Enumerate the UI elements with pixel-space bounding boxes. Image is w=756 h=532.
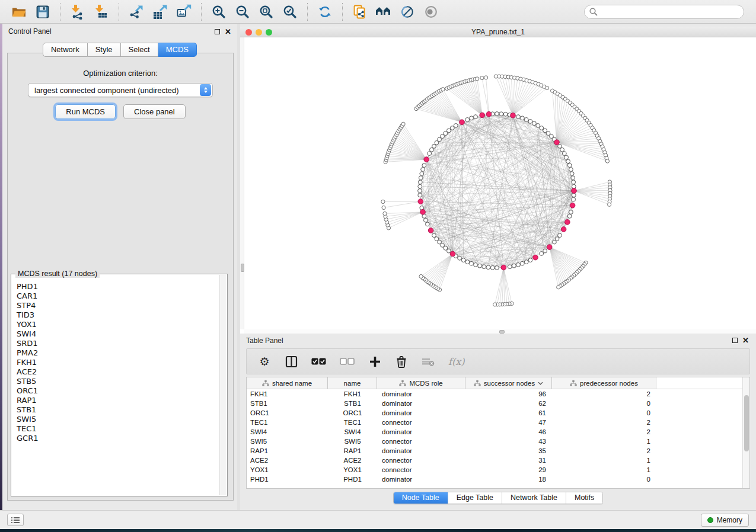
table-row[interactable]: SWI5SWI5connector431: [247, 437, 749, 446]
run-mcds-button[interactable]: Run MCDS: [55, 104, 116, 119]
network-leaf-node[interactable]: [557, 286, 560, 289]
network-node[interactable]: [418, 189, 422, 193]
network-node[interactable]: [528, 258, 532, 262]
network-node[interactable]: [532, 121, 537, 126]
network-leaf-node[interactable]: [441, 88, 445, 91]
mcds-result-item[interactable]: PMA2: [17, 348, 219, 358]
network-canvas-svg[interactable]: [240, 37, 756, 334]
network-node[interactable]: [428, 152, 432, 156]
network-node[interactable]: [550, 134, 554, 139]
network-node[interactable]: [560, 148, 564, 152]
zoom-fit-button[interactable]: [256, 2, 276, 21]
network-hub-node[interactable]: [418, 199, 423, 204]
network-node[interactable]: [503, 112, 508, 116]
network-leaf-node[interactable]: [401, 122, 405, 126]
mcds-result-item[interactable]: SWI4: [17, 329, 219, 339]
network-leaf-node[interactable]: [493, 303, 497, 306]
float-table-panel-icon[interactable]: [732, 338, 738, 343]
network-vscroll-thumb[interactable]: [241, 264, 244, 272]
network-hub-node[interactable]: [428, 228, 433, 233]
network-hub-node[interactable]: [450, 251, 455, 257]
column-header-successor-nodes[interactable]: successor nodes: [465, 377, 552, 389]
network-hub-node[interactable]: [501, 265, 506, 270]
network-node[interactable]: [465, 260, 470, 264]
save-session-button[interactable]: [33, 2, 53, 21]
network-node[interactable]: [536, 124, 540, 128]
network-node[interactable]: [540, 126, 544, 130]
table-row[interactable]: RAP1RAP1dominator352: [247, 446, 749, 456]
function-builder-button[interactable]: f(x): [448, 354, 464, 369]
network-hscroll-thumb[interactable]: [499, 330, 505, 334]
network-node[interactable]: [516, 263, 521, 267]
network-leaf-node[interactable]: [419, 274, 423, 278]
table-row[interactable]: SWI4SWI4dominator462: [247, 427, 749, 437]
mcds-result-list[interactable]: PHD1CAR1STP4TID3YOX1SWI4SRD1PMA2FKH1ACE2…: [12, 275, 219, 495]
network-node[interactable]: [567, 214, 572, 219]
network-node[interactable]: [521, 261, 525, 265]
mcds-result-item[interactable]: YOX1: [17, 320, 219, 329]
network-hub-node[interactable]: [480, 113, 485, 118]
mcds-result-item[interactable]: CAR1: [17, 291, 219, 301]
network-node[interactable]: [540, 252, 544, 256]
network-node[interactable]: [474, 115, 478, 119]
network-node[interactable]: [558, 144, 562, 148]
network-node[interactable]: [495, 266, 499, 270]
find-button[interactable]: [374, 2, 394, 21]
network-node[interactable]: [567, 164, 572, 168]
network-leaf-node[interactable]: [383, 211, 387, 215]
close-table-panel-icon[interactable]: ✕: [742, 336, 749, 344]
network-leaf-node[interactable]: [382, 206, 385, 209]
network-node[interactable]: [499, 112, 503, 116]
network-hub-node[interactable]: [420, 210, 426, 215]
column-header-shared-name[interactable]: shared name: [247, 377, 328, 389]
network-node[interactable]: [444, 246, 448, 251]
network-leaf-node[interactable]: [546, 86, 549, 89]
table-vertical-scrollbar[interactable]: [742, 377, 749, 488]
network-node[interactable]: [512, 264, 516, 268]
network-node[interactable]: [465, 118, 470, 122]
network-node[interactable]: [418, 184, 422, 188]
close-window-icon[interactable]: [245, 29, 252, 36]
network-node[interactable]: [571, 176, 575, 180]
network-node[interactable]: [564, 155, 569, 159]
network-node[interactable]: [486, 265, 490, 270]
mcds-result-item[interactable]: SWI5: [17, 415, 219, 424]
column-header-predecessor-nodes[interactable]: predecessor nodes: [552, 377, 656, 389]
network-node[interactable]: [524, 118, 528, 122]
network-node[interactable]: [558, 233, 562, 238]
network-node[interactable]: [508, 265, 512, 269]
network-node[interactable]: [420, 172, 424, 176]
show-hidden-button[interactable]: [421, 2, 441, 21]
network-leaf-node[interactable]: [605, 159, 609, 163]
table-settings-button[interactable]: ⚙: [258, 354, 271, 369]
tab-edge-table[interactable]: Edge Table: [448, 492, 502, 504]
network-node[interactable]: [435, 237, 439, 241]
task-history-button[interactable]: [7, 514, 24, 526]
tab-network-table[interactable]: Network Table: [502, 492, 566, 504]
maximize-window-icon[interactable]: [266, 29, 272, 36]
network-node[interactable]: [430, 148, 434, 152]
table-row[interactable]: YOX1YOX1connector291: [247, 465, 749, 475]
network-node[interactable]: [482, 265, 486, 269]
mcds-result-item[interactable]: PHD1: [17, 282, 219, 291]
delete-row-button[interactable]: [395, 354, 408, 369]
mcds-result-item[interactable]: STP4: [17, 301, 219, 310]
network-node[interactable]: [562, 152, 566, 156]
mcds-result-item[interactable]: GCR1: [17, 434, 219, 443]
float-panel-icon[interactable]: [215, 29, 220, 34]
network-node[interactable]: [422, 164, 426, 168]
network-node[interactable]: [572, 193, 576, 197]
network-node[interactable]: [447, 129, 451, 133]
network-node[interactable]: [470, 261, 474, 265]
network-node[interactable]: [566, 159, 570, 164]
network-node[interactable]: [441, 243, 445, 248]
export-table-button[interactable]: [150, 2, 170, 21]
memory-button[interactable]: Memory: [701, 514, 749, 527]
network-node[interactable]: [470, 116, 474, 120]
network-hub-node[interactable]: [570, 203, 575, 209]
network-hub-node[interactable]: [460, 120, 465, 125]
network-node[interactable]: [516, 115, 521, 119]
select-all-button[interactable]: [311, 354, 326, 369]
delete-table-button[interactable]: [422, 354, 435, 369]
export-image-button[interactable]: [174, 2, 194, 21]
